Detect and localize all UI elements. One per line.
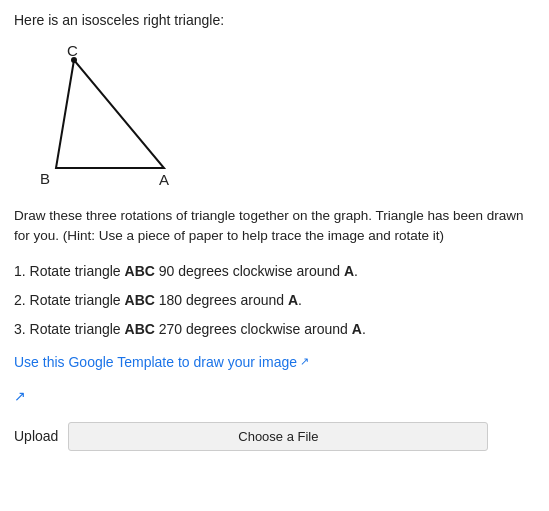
svg-text:A: A — [159, 171, 169, 188]
svg-text:C: C — [67, 42, 78, 59]
rotation-item-1: 1. Rotate triangle ABC 90 degrees clockw… — [14, 261, 535, 282]
description-text: Draw these three rotations of triangle t… — [14, 206, 535, 247]
rotation-3-triangle: ABC — [125, 321, 155, 337]
triangle-diagram: C B A — [34, 38, 194, 198]
rotation-2-triangle: ABC — [125, 292, 155, 308]
rotation-item-2: 2. Rotate triangle ABC 180 degrees aroun… — [14, 290, 535, 311]
google-template-link-text: Use this Google Template to draw your im… — [14, 354, 297, 370]
rotation-item-3: 3. Rotate triangle ABC 270 degrees clock… — [14, 319, 535, 340]
external-link-icon: ↗ — [300, 355, 309, 368]
upload-row: Upload Choose a File — [14, 422, 535, 451]
rotation-1-point: A — [344, 263, 354, 279]
rotation-list: 1. Rotate triangle ABC 90 degrees clockw… — [14, 261, 535, 340]
rotation-3-number: 3. — [14, 321, 30, 337]
rotation-2-point: A — [288, 292, 298, 308]
rotation-1-suffix: 90 degrees clockwise around — [155, 263, 344, 279]
choose-file-button[interactable]: Choose a File — [68, 422, 488, 451]
intro-text: Here is an isosceles right triangle: — [14, 12, 535, 28]
rotation-3-point: A — [352, 321, 362, 337]
rotation-2-number: 2. — [14, 292, 30, 308]
google-template-link[interactable]: Use this Google Template to draw your im… — [14, 354, 309, 370]
rotation-1-prefix: Rotate triangle — [30, 263, 125, 279]
rotation-3-prefix: Rotate triangle — [30, 321, 125, 337]
rotation-1-number: 1. — [14, 263, 30, 279]
upload-label: Upload — [14, 428, 58, 444]
svg-marker-0 — [56, 60, 164, 168]
standalone-external-icon: ↗ — [14, 388, 535, 404]
rotation-2-suffix: 180 degrees around — [155, 292, 288, 308]
svg-text:B: B — [40, 170, 50, 187]
rotation-2-prefix: Rotate triangle — [30, 292, 125, 308]
rotation-3-suffix: 270 degrees clockwise around — [155, 321, 352, 337]
rotation-1-triangle: ABC — [125, 263, 155, 279]
